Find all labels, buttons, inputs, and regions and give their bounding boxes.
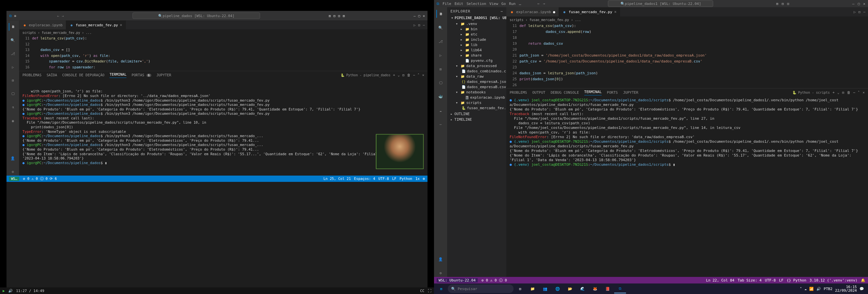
tree-item-data_processed[interactable]: ▾📁data_processed xyxy=(447,63,506,68)
close-icon[interactable]: × xyxy=(614,9,617,14)
edge-icon[interactable]: 🌊 xyxy=(577,284,589,293)
split-icon[interactable]: ⊟ xyxy=(842,90,844,95)
panel-tab-saída[interactable]: SAÍDA xyxy=(47,73,57,77)
tab-fusao_mercado_fev.py[interactable]: ●fusao_mercado_fev.py× xyxy=(559,7,620,17)
ln-col[interactable]: Ln 25, Col 21 xyxy=(323,177,351,181)
menu-…[interactable]: … xyxy=(519,2,521,6)
remote-icon[interactable]: 🖵 xyxy=(437,79,444,87)
volume-icon[interactable]: 🔊 xyxy=(8,289,13,293)
chevron-down-icon[interactable]: ⌄ xyxy=(837,90,840,95)
tree-item-dados_empresaA.json[interactable]: {}dados_empresaA.json xyxy=(447,79,506,84)
menu-file[interactable]: File xyxy=(442,2,452,6)
encoding[interactable]: UTF-8 xyxy=(378,177,389,181)
run-icon[interactable]: ▷ xyxy=(414,23,415,27)
jupyter-icon[interactable]: ◉ xyxy=(9,117,17,124)
panel-tab-console de depuração[interactable]: CONSOLE DE DEPURAÇÃO xyxy=(62,73,104,77)
outline-section[interactable]: ▸ OUTLINE xyxy=(447,111,506,117)
layout-icon2[interactable]: ⊟ xyxy=(333,13,335,18)
tree-item-lib[interactable]: ▸📁lib xyxy=(447,42,506,47)
run-icon[interactable]: ▷ xyxy=(854,10,856,14)
timeline-section[interactable]: ▸ TIMELINE xyxy=(447,117,506,122)
zoom[interactable]: 1x xyxy=(415,177,420,181)
tree-item-etc[interactable]: ▸📁etc xyxy=(447,32,506,37)
volume-icon[interactable]: 🔊 xyxy=(816,287,821,291)
tree-item-bin[interactable]: ▸📁bin xyxy=(447,26,506,32)
extensions-icon[interactable]: ⊞ xyxy=(9,77,17,84)
code-editor[interactable]: 1117181920212223242526 def leitura_csv(p… xyxy=(506,23,868,88)
close-icon[interactable]: × xyxy=(422,73,424,77)
panel-tab-terminal[interactable]: TERMINAL xyxy=(110,72,126,78)
split-icon[interactable]: ⊟ xyxy=(418,23,420,27)
panel-tab-problems[interactable]: PROBLEMS xyxy=(509,90,527,95)
trash-icon[interactable]: 🗑 xyxy=(407,73,411,77)
debug-icon[interactable]: ▷ xyxy=(437,51,444,59)
firefox-icon[interactable]: 🦊 xyxy=(589,284,601,293)
minimize-icon[interactable]: — xyxy=(852,2,855,6)
code-editor[interactable]: 111213141516 def leitura_csv(path_csv): … xyxy=(20,36,428,71)
layout-icon[interactable]: ⊞ xyxy=(776,2,779,6)
tree-item-share[interactable]: ▸📁share xyxy=(447,53,506,58)
eol[interactable]: LF xyxy=(392,177,397,181)
command-center[interactable]: 🔍 pipeline_dados [WSL: Ubuntu-22.04] xyxy=(132,12,260,19)
terminal[interactable]: with open(path_json, 'r') as file:FileNo… xyxy=(20,79,428,176)
tree-item-include[interactable]: ▸📁include xyxy=(447,37,506,42)
maximize-icon[interactable]: ▢ xyxy=(418,13,420,18)
layout-icon[interactable]: ⊞ xyxy=(329,13,331,18)
more-icon[interactable]: ⋯ xyxy=(853,90,856,95)
remote-badge[interactable]: WS… xyxy=(9,177,20,181)
debug-icon[interactable]: ▷ xyxy=(9,63,17,71)
chevron-up-icon[interactable]: ˄ xyxy=(417,73,420,77)
menu-selection[interactable]: Selection xyxy=(467,2,486,6)
tree-item-fusao_mercado_fev.py[interactable]: 🐍fusao_mercado_fev.py xyxy=(447,105,506,111)
tree-item-exploracao.ipynb[interactable]: 📓exploracao.ipynb xyxy=(447,95,506,100)
vscode-icon[interactable]: ⧉ xyxy=(614,284,626,293)
more-icon[interactable]: ⋯ xyxy=(863,10,865,14)
encoding[interactable]: UTF-8 xyxy=(765,278,776,283)
tree-item-.venv[interactable]: ▾📁.venv xyxy=(447,21,506,26)
remote-badge[interactable]: WSL: Ubuntu-22.04 xyxy=(437,278,478,283)
scm-icon[interactable]: ⎇ xyxy=(9,50,17,57)
docker-icon[interactable]: 🐳 xyxy=(437,93,444,100)
cc-icon[interactable]: CC xyxy=(420,289,425,293)
tree-item-notebooks[interactable]: ▾📁notebooks xyxy=(447,89,506,95)
bell-icon[interactable]: 🔔 xyxy=(861,278,865,283)
panel-tab-terminal[interactable]: TERMINAL xyxy=(584,90,602,95)
tab-exploracao.ipynb[interactable]: ●exploracao.ipynb xyxy=(20,20,66,29)
lang[interactable]: {} Python xyxy=(787,278,807,283)
tree-item-pyvenv.cfg[interactable]: 📄pyvenv.cfg xyxy=(447,58,506,63)
explorer-icon[interactable]: 📁 xyxy=(527,284,538,293)
account-icon[interactable]: 👤 xyxy=(437,255,444,263)
layout-icon2[interactable]: ⊟ xyxy=(781,2,784,6)
nav-back-icon[interactable]: ← xyxy=(537,2,540,6)
task-view-icon[interactable]: ⊡ xyxy=(514,284,526,293)
search-icon[interactable]: 🔍 xyxy=(437,24,444,32)
panel-tab-jupyter[interactable]: JUPYTER xyxy=(156,73,171,77)
term-env[interactable]: 🐍 Python - pipeline_dados xyxy=(341,74,391,77)
tree-item-scripts[interactable]: ▾📁scripts xyxy=(447,100,506,105)
terminal[interactable]: ● (.venv) joel_costa@DESKTOP-7NIG21S:~/D… xyxy=(506,97,868,277)
chrome-icon[interactable]: 🌐 xyxy=(552,284,563,293)
python-ver[interactable]: 3.10.12 ('.venv':venv) xyxy=(809,278,858,283)
gear-icon[interactable]: ⚙ xyxy=(423,177,425,181)
acrobat-icon[interactable]: 📕 xyxy=(602,284,614,293)
tab-size[interactable]: Tab Size: 4 xyxy=(738,278,762,283)
minimize-icon[interactable]: — xyxy=(414,13,415,18)
panel-tab-portas[interactable]: PORTAS 6 xyxy=(131,73,151,77)
menu-edit[interactable]: Edit xyxy=(455,2,464,6)
close-icon[interactable]: × xyxy=(862,90,865,95)
settings-icon[interactable]: ⚙ xyxy=(9,168,17,175)
lang[interactable]: Python xyxy=(400,177,412,181)
chevron-up-icon[interactable]: ˄ xyxy=(858,90,860,95)
tree-item-dados_empresaB.csv[interactable]: 📄dados_empresaB.csv xyxy=(447,84,506,89)
layout-icon3[interactable]: ⊡ xyxy=(338,13,340,18)
breadcrumb[interactable]: scripts › fusao_mercado_fev.py › ... xyxy=(506,17,868,23)
fullscreen-icon[interactable]: ⛶ xyxy=(428,289,431,293)
nav-fwd-icon[interactable]: → xyxy=(62,13,64,18)
hamburger-icon[interactable]: ≡ xyxy=(14,13,16,18)
start-button[interactable]: ⊞ xyxy=(435,284,447,293)
cloud-icon[interactable]: ☁ xyxy=(437,107,444,114)
video-player[interactable]: ⧉ ≡ ← → 🔍 pipeline_dados [WSL: Ubuntu-22… xyxy=(0,0,434,294)
layout-icon4[interactable]: ⊞ xyxy=(343,13,345,18)
eol[interactable]: LF xyxy=(779,278,783,283)
plus-icon[interactable]: + xyxy=(833,90,835,95)
